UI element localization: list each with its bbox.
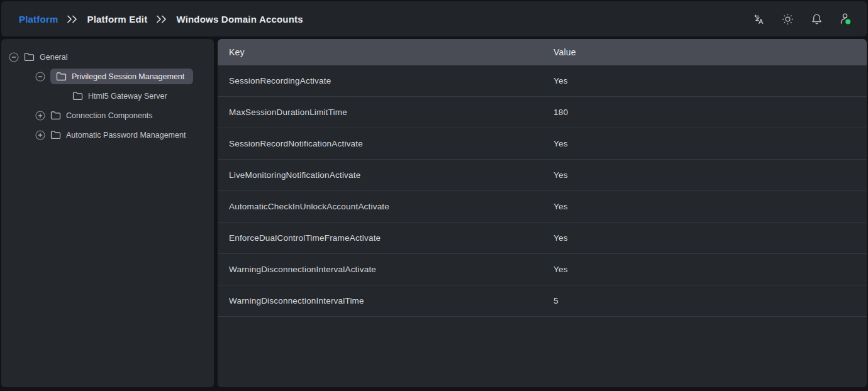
table-row[interactable]: WarningDisconnectionIntervalActivate Yes	[218, 254, 867, 285]
param-value: Yes	[554, 265, 867, 274]
param-key: SessionRecordNotificationActivate	[218, 139, 554, 148]
top-bar: Platform Platform Edit Windows Domain Ac…	[1, 1, 867, 36]
expand-plus-icon[interactable]	[35, 111, 45, 121]
table-row[interactable]: SessionRecordNotificationActivate Yes	[218, 128, 867, 160]
translate-icon[interactable]	[751, 11, 766, 26]
tree-node-general[interactable]: General	[1, 47, 214, 67]
param-value: Yes	[554, 202, 867, 211]
breadcrumb-platform-edit[interactable]: Platform Edit	[87, 14, 147, 25]
collapse-minus-icon[interactable]	[9, 52, 19, 62]
tree-node-label: Html5 Gateway Server	[88, 92, 167, 101]
param-key: WarningDisconnectionIntervalActivate	[218, 265, 554, 274]
folder-icon	[56, 72, 67, 81]
param-value: Yes	[554, 139, 867, 148]
table-header-row: Key Value	[218, 39, 867, 65]
breadcrumb: Platform Platform Edit Windows Domain Ac…	[19, 14, 303, 25]
user-account-icon[interactable]	[838, 11, 853, 26]
param-key: WarningDisconnectionIntervalTime	[218, 296, 554, 306]
brightness-theme-icon[interactable]	[780, 11, 795, 26]
tree-node-label: General	[40, 53, 67, 62]
online-status-dot	[845, 19, 850, 25]
folder-icon	[24, 52, 35, 62]
tree-node-connection-components[interactable]: Connection Components	[1, 106, 214, 125]
folder-icon	[72, 91, 83, 101]
param-value: Yes	[554, 76, 867, 85]
param-value: Yes	[554, 233, 867, 243]
table-row[interactable]: SessionRecordingActivate Yes	[218, 65, 867, 97]
table-row[interactable]: EnforceDualControlTimeFrameActivate Yes	[218, 223, 867, 254]
bell-notifications-icon[interactable]	[809, 11, 824, 26]
expand-plus-icon[interactable]	[35, 130, 45, 140]
param-value: 5	[554, 296, 867, 306]
collapse-minus-icon[interactable]	[35, 72, 45, 82]
table-row[interactable]: MaxSessionDurationLimitTime 180	[218, 97, 867, 128]
chevron-right-separator-icon	[156, 15, 167, 23]
tree-node-label: Connection Components	[66, 111, 153, 120]
topbar-actions	[751, 11, 853, 26]
param-value: 180	[554, 107, 867, 117]
param-key: AutomaticCheckInUnlockAccountActivate	[218, 202, 554, 211]
folder-icon	[50, 130, 61, 140]
table-row[interactable]: AutomaticCheckInUnlockAccountActivate Ye…	[218, 191, 867, 223]
tree-node-privileged-session-management[interactable]: Privileged Session Management	[1, 67, 214, 86]
breadcrumb-platform[interactable]: Platform	[19, 14, 58, 25]
column-header-key: Key	[218, 47, 554, 57]
chevron-right-separator-icon	[67, 15, 78, 23]
selected-tree-node[interactable]: Privileged Session Management	[50, 69, 193, 84]
param-key: LiveMonitoringNotificationActivate	[218, 170, 554, 180]
param-key: EnforceDualControlTimeFrameActivate	[218, 233, 554, 243]
tree-node-label: Automatic Password Management	[66, 131, 186, 140]
param-key: SessionRecordingActivate	[218, 76, 554, 85]
breadcrumb-current-page: Windows Domain Accounts	[176, 14, 303, 25]
table-row[interactable]: WarningDisconnectionIntervalTime 5	[218, 285, 867, 317]
tree-node-automatic-password-management[interactable]: Automatic Password Management	[1, 125, 214, 145]
tree-node-label: Privileged Session Management	[72, 72, 184, 81]
platform-settings-tree-panel: General Privileged Session Management Ht…	[1, 39, 214, 387]
param-value: Yes	[554, 170, 867, 180]
folder-icon	[50, 111, 61, 120]
column-header-value: Value	[554, 47, 867, 57]
tree-node-html5-gateway-server[interactable]: Html5 Gateway Server	[1, 86, 214, 106]
table-row[interactable]: LiveMonitoringNotificationActivate Yes	[218, 160, 867, 191]
parameters-table-panel: Key Value SessionRecordingActivate Yes M…	[218, 39, 867, 387]
param-key: MaxSessionDurationLimitTime	[218, 107, 554, 117]
